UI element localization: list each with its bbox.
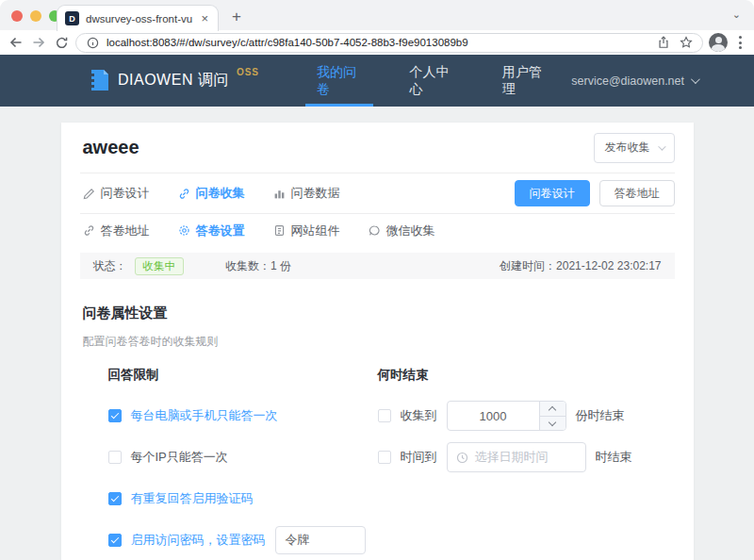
checkbox-device-once[interactable]	[108, 409, 122, 422]
bar-chart-icon	[273, 188, 286, 200]
url-text: localhost:8083/#/dw/survey/c/attr/c98fa1…	[107, 37, 649, 48]
link-icon	[83, 224, 95, 237]
survey-tabs-row: 问卷设计 问卷收集 问卷数据	[80, 173, 675, 213]
survey-card: aweee 发布收集 问卷设计	[61, 123, 694, 560]
tab-search-chevron-icon[interactable]: ⌄	[732, 8, 741, 21]
survey-design-button[interactable]: 问卷设计	[515, 180, 590, 206]
password-value: 令牌	[286, 532, 310, 549]
option-label[interactable]: 每台电脑或手机只能答一次	[131, 407, 278, 424]
browser-tab[interactable]: D dwsurvey-oss-front-vue ×	[57, 5, 219, 31]
option-row-end-time: 时间到 选择日期时间 时结束	[378, 436, 675, 478]
brand-name: DIAOWEN 调问	[118, 69, 229, 91]
close-window-button[interactable]	[11, 10, 23, 22]
collect-limit-number-input[interactable]: 1000	[447, 401, 566, 431]
option-row-collect-limit: 收集到 1000 份时结束	[378, 395, 675, 436]
publish-collect-dropdown[interactable]: 发布收集	[594, 133, 675, 163]
browser-toolbar: localhost:8083/#/dw/survey/c/attr/c98fa1…	[0, 30, 754, 55]
tab-label: 问卷收集	[196, 185, 245, 202]
collect-count-label: 收集数：	[225, 258, 270, 274]
tab-favicon-icon: D	[65, 11, 79, 25]
nav-item-profile[interactable]: 个人中心	[398, 55, 466, 107]
option-label[interactable]: 启用访问密码，设置密码	[131, 532, 266, 549]
chevron-down-icon	[691, 74, 700, 84]
answer-limit-column: 回答限制 每台电脑或手机只能答一次 每个IP只能答一次 有重复回答启用验证码	[108, 367, 378, 560]
nav-item-my-surveys[interactable]: 我的问卷	[305, 55, 373, 107]
status-bar: 状态： 收集中 收集数： 1 份 创建时间： 2021-12-02 23:02:…	[80, 253, 675, 279]
back-icon[interactable]	[8, 34, 25, 51]
option-label[interactable]: 收集到	[401, 407, 437, 424]
card-header: aweee 发布收集	[80, 123, 675, 173]
publish-collect-label: 发布收集	[605, 140, 650, 156]
option-row-password: 启用访问密码，设置密码 令牌	[108, 519, 378, 560]
diaowen-logo-icon	[90, 69, 110, 92]
checkbox-end-time[interactable]	[378, 451, 391, 464]
screenshot-root: D dwsurvey-oss-front-vue × + ⌄ local	[0, 0, 754, 560]
nav-item-user-admin[interactable]: 用户管理	[491, 55, 559, 107]
profile-avatar[interactable]	[709, 33, 728, 52]
collect-limit-value: 1000	[448, 402, 539, 430]
wechat-icon	[369, 224, 381, 237]
end-datetime-input[interactable]: 选择日期时间	[447, 442, 586, 472]
settings-subheading: 配置问卷答卷时的收集规则	[80, 334, 675, 350]
option-row-ip-once: 每个IP只能答一次	[108, 436, 378, 478]
site-info-icon[interactable]	[84, 34, 101, 51]
address-bar[interactable]: localhost:8083/#/dw/survey/c/attr/c98fa1…	[75, 33, 703, 53]
tab-close-icon[interactable]: ×	[199, 11, 210, 25]
chevron-down-icon	[658, 142, 665, 150]
tab-title: dwsurvey-oss-front-vue	[86, 13, 192, 25]
new-tab-button[interactable]: +	[232, 8, 241, 26]
account-email: service@diaowen.net	[571, 74, 684, 88]
page-background: aweee 发布收集 问卷设计	[0, 107, 754, 560]
widget-icon	[273, 224, 286, 237]
window-controls	[11, 10, 60, 22]
main-nav: 我的问卷 个人中心 用户管理	[293, 55, 571, 107]
survey-title: aweee	[80, 137, 139, 158]
brand-oss-badge: OSS	[237, 67, 259, 77]
end-condition-header: 何时结束	[378, 367, 675, 386]
option-row-device-once: 每台电脑或手机只能答一次	[108, 395, 378, 436]
status-badge: 收集中	[135, 257, 185, 275]
created-time-value: 2021-12-02 23:02:17	[556, 259, 661, 272]
forward-icon[interactable]	[30, 34, 47, 51]
subtab-site-widget[interactable]: 网站组件	[273, 222, 340, 239]
status-label: 状态：	[93, 258, 127, 274]
settings-grid: 回答限制 每台电脑或手机只能答一次 每个IP只能答一次 有重复回答启用验证码	[80, 367, 675, 560]
subtab-wechat-collect[interactable]: 微信收集	[369, 222, 435, 239]
bookmark-star-icon[interactable]	[678, 34, 695, 51]
spinner-down-icon[interactable]	[540, 416, 566, 431]
tab-label: 问卷数据	[291, 185, 340, 202]
collect-limit-suffix: 份时结束	[576, 407, 625, 424]
subtab-label: 微信收集	[386, 222, 435, 239]
option-label[interactable]: 每个IP只能答一次	[131, 449, 228, 466]
brand[interactable]: DIAOWEN 调问 OSS	[90, 69, 259, 92]
datetime-placeholder: 选择日期时间	[475, 449, 549, 466]
spinner-up-icon[interactable]	[540, 402, 566, 416]
browser-menu-icon[interactable]	[733, 36, 746, 49]
subtab-label: 网站组件	[291, 222, 340, 239]
tab-survey-data[interactable]: 问卷数据	[273, 185, 340, 202]
answer-limit-header: 回答限制	[108, 367, 378, 386]
password-input[interactable]: 令牌	[275, 526, 366, 554]
end-time-suffix: 时结束	[596, 449, 632, 466]
settings-heading: 问卷属性设置	[80, 305, 675, 322]
checkbox-collect-limit[interactable]	[378, 409, 391, 422]
checkbox-ip-once[interactable]	[108, 451, 122, 464]
browser-window: D dwsurvey-oss-front-vue × + ⌄ local	[0, 0, 754, 560]
minimize-window-button[interactable]	[30, 10, 41, 22]
reload-icon[interactable]	[53, 34, 70, 51]
tab-survey-design[interactable]: 问卷设计	[83, 185, 150, 202]
subtab-answer-settings[interactable]: 答卷设置	[178, 222, 245, 239]
answer-url-button[interactable]: 答卷地址	[599, 180, 675, 206]
link-icon	[178, 188, 190, 200]
checkbox-captcha[interactable]	[108, 492, 122, 505]
tab-label: 问卷设计	[101, 185, 150, 202]
checkbox-access-password[interactable]	[108, 534, 122, 547]
app-navbar: DIAOWEN 调问 OSS 我的问卷 个人中心 用户管理 service@di…	[0, 55, 754, 107]
end-condition-column: 何时结束 收集到 1000 份时结束	[378, 367, 675, 560]
subtab-answer-url[interactable]: 答卷地址	[83, 222, 150, 239]
share-icon[interactable]	[655, 34, 672, 51]
account-menu[interactable]: service@diaowen.net	[571, 74, 697, 88]
option-label[interactable]: 有重复回答启用验证码	[131, 490, 254, 507]
option-label[interactable]: 时间到	[401, 449, 437, 466]
tab-survey-collect[interactable]: 问卷收集	[178, 185, 245, 202]
